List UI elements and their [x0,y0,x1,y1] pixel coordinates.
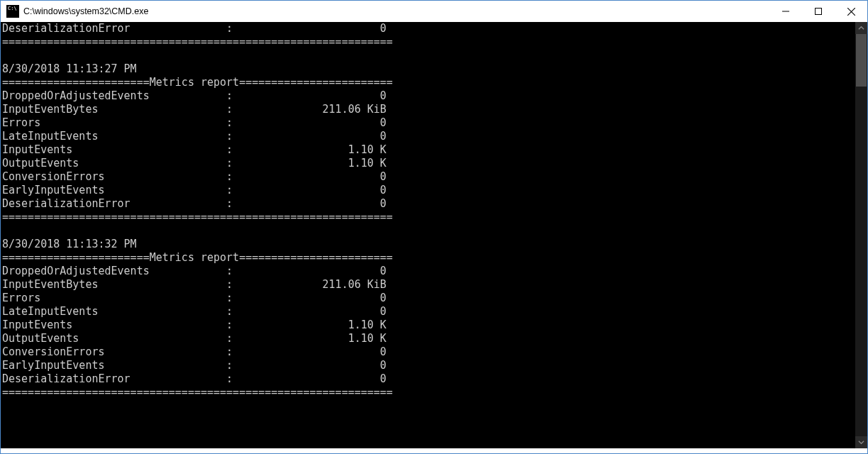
console-area: DeserializationError : 0 ===============… [1,22,867,448]
close-button[interactable] [835,1,867,22]
svg-rect-0 [816,9,822,15]
scrollbar-track[interactable] [855,34,867,436]
maximize-button[interactable] [802,1,835,22]
vertical-scrollbar[interactable] [855,22,867,448]
scroll-down-arrow[interactable] [855,436,867,448]
scrollbar-thumb[interactable] [856,34,867,87]
titlebar[interactable]: C:\windows\system32\CMD.exe [1,1,867,22]
window-controls [769,1,867,22]
console-output[interactable]: DeserializationError : 0 ===============… [1,22,855,448]
window-bottom-border [1,448,867,453]
window-title: C:\windows\system32\CMD.exe [23,6,769,16]
minimize-button[interactable] [769,1,802,22]
cmd-icon [6,5,19,18]
scroll-up-arrow[interactable] [855,22,867,34]
cmd-window: C:\windows\system32\CMD.exe Deserializat… [0,0,868,454]
